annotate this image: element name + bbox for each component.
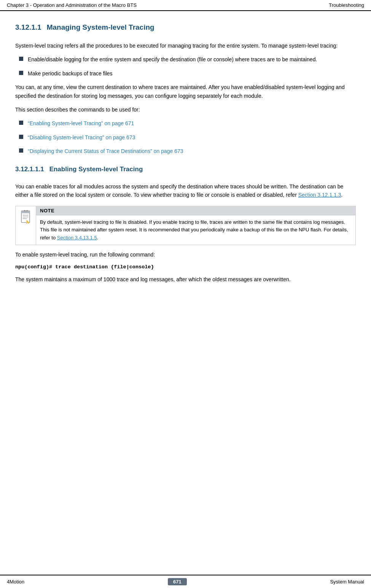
section1-title: Managing System-level Tracing	[47, 23, 154, 32]
section2-para1: You can enable traces for all modules ac…	[15, 182, 356, 199]
bullet-item-2: Make periodic backups of trace files	[19, 69, 356, 78]
section1-heading: 3.12.1.1 Managing System-level Tracing	[15, 22, 356, 37]
link-bullet-1: “Enabling System-level Tracing” on page …	[19, 119, 356, 127]
note-header: NOTE	[36, 206, 355, 215]
link-anchor-2[interactable]: “Disabling System-level Tracing” on page…	[28, 134, 135, 140]
footer-left: 4Motion	[7, 579, 24, 585]
svg-rect-5	[24, 210, 25, 212]
link-bullet-2: “Disabling System-level Tracing” on page…	[19, 133, 356, 142]
svg-marker-8	[26, 223, 27, 224]
section2-para1-text: You can enable traces for all modules ac…	[15, 183, 343, 198]
footer-right: System Manual	[330, 579, 364, 585]
section2-para1-link[interactable]: Section 3.12.1.1.3	[298, 192, 341, 198]
svg-rect-1	[21, 211, 30, 213]
link-anchor-1[interactable]: “Enabling System-level Tracing” on page …	[28, 120, 134, 126]
code-block: npu(config)# trace destination {file|con…	[15, 264, 356, 270]
section2-number: 3.12.1.1.1	[15, 166, 44, 173]
bullet-square-link2	[19, 135, 23, 139]
bullet-item-1: Enable/disable logging for the entire sy…	[19, 55, 356, 64]
header-right: Troubleshooting	[329, 2, 364, 8]
page-number: 671	[168, 578, 187, 585]
svg-rect-6	[26, 210, 28, 212]
bullet-square-1	[19, 57, 23, 61]
bullet-text-2: Make periodic backups of trace files	[28, 69, 113, 78]
note-icon-col	[16, 206, 36, 244]
section1-intro: System-level tracing refers all the proc…	[15, 41, 356, 50]
header-left: Chapter 3 - Operation and Administration…	[7, 2, 137, 8]
section2-para2: To enable system-level tracing, run the …	[15, 250, 356, 259]
main-content: 3.12.1.1 Managing System-level Tracing S…	[0, 11, 371, 575]
link-text-3[interactable]: “Displaying the Current Status of Trace …	[28, 147, 183, 155]
section1-number: 3.12.1.1	[15, 23, 41, 32]
note-box: NOTE By default, system-level tracing to…	[15, 206, 356, 245]
note-body-link[interactable]: Section 3.4.13.1.5	[57, 235, 97, 241]
link-bullet-3: “Displaying the Current Status of Trace …	[19, 147, 356, 155]
note-body: By default, system-level tracing to file…	[36, 215, 355, 244]
bullet-square-2	[19, 71, 23, 75]
bullet-square-link1	[19, 121, 23, 125]
section1-para3: This section describes the commands to b…	[15, 105, 356, 114]
link-text-1[interactable]: “Enabling System-level Tracing” on page …	[28, 119, 134, 127]
link-anchor-3[interactable]: “Displaying the Current Status of Trace …	[28, 148, 183, 154]
bullet-text-1: Enable/disable logging for the entire sy…	[28, 55, 317, 64]
bullet-square-link3	[19, 148, 23, 153]
section1-para2: You can, at any time, view the current d…	[15, 83, 356, 100]
note-icon	[19, 210, 32, 225]
section2-heading: 3.12.1.1.1 Enabling System-level Tracing	[15, 163, 356, 178]
link-text-2[interactable]: “Disabling System-level Tracing” on page…	[28, 133, 135, 142]
section2-para3: The system maintains a maximum of 1000 t…	[15, 275, 356, 284]
bottom-bar: 4Motion 671 System Manual	[0, 575, 371, 588]
section2-title: Enabling System-level Tracing	[49, 166, 143, 173]
note-content: NOTE By default, system-level tracing to…	[36, 206, 355, 244]
top-bar: Chapter 3 - Operation and Administration…	[0, 0, 371, 11]
